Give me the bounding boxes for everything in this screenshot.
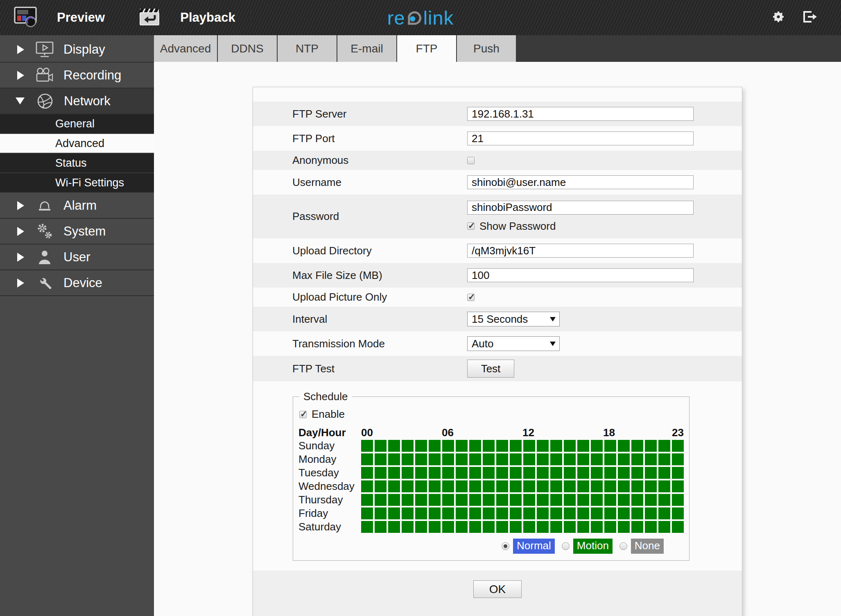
- schedule-cell[interactable]: [564, 494, 576, 506]
- schedule-cell[interactable]: [591, 440, 603, 452]
- schedule-cell[interactable]: [429, 494, 441, 506]
- schedule-cell[interactable]: [550, 480, 562, 492]
- schedule-cell[interactable]: [631, 521, 643, 533]
- schedule-cell[interactable]: [658, 494, 670, 506]
- tab-email[interactable]: E-mail: [337, 35, 397, 62]
- schedule-cell[interactable]: [672, 467, 684, 479]
- schedule-cell[interactable]: [375, 467, 387, 479]
- schedule-cell[interactable]: [577, 494, 589, 506]
- schedule-cell[interactable]: [550, 521, 562, 533]
- schedule-cell[interactable]: [442, 480, 454, 492]
- schedule-cell[interactable]: [645, 521, 657, 533]
- schedule-cell[interactable]: [496, 467, 508, 479]
- schedule-cell[interactable]: [496, 480, 508, 492]
- schedule-cell[interactable]: [388, 521, 400, 533]
- schedule-cell[interactable]: [483, 467, 495, 479]
- schedule-cell[interactable]: [415, 521, 427, 533]
- schedule-cell[interactable]: [604, 440, 616, 452]
- sidebar-subitem-wifi-settings[interactable]: Wi-Fi Settings: [0, 173, 154, 193]
- schedule-cell[interactable]: [618, 453, 630, 465]
- schedule-cell[interactable]: [577, 440, 589, 452]
- schedule-cell[interactable]: [604, 521, 616, 533]
- schedule-cell[interactable]: [631, 494, 643, 506]
- tab-ftp[interactable]: FTP: [397, 35, 457, 62]
- schedule-cell[interactable]: [510, 440, 522, 452]
- schedule-cell[interactable]: [361, 480, 373, 492]
- schedule-cell[interactable]: [361, 453, 373, 465]
- schedule-cell[interactable]: [523, 507, 535, 519]
- schedule-cell[interactable]: [361, 521, 373, 533]
- schedule-cell[interactable]: [510, 467, 522, 479]
- schedule-cell[interactable]: [510, 494, 522, 506]
- schedule-cell[interactable]: [415, 507, 427, 519]
- schedule-cell[interactable]: [604, 507, 616, 519]
- schedule-cell[interactable]: [469, 494, 481, 506]
- schedule-cell[interactable]: [361, 440, 373, 452]
- schedule-cell[interactable]: [658, 507, 670, 519]
- schedule-cell[interactable]: [456, 467, 468, 479]
- schedule-cell[interactable]: [591, 521, 603, 533]
- schedule-cell[interactable]: [672, 453, 684, 465]
- transmission-mode-select[interactable]: Auto: [467, 336, 560, 351]
- sidebar-item-network[interactable]: Network: [0, 88, 154, 114]
- schedule-cell[interactable]: [523, 467, 535, 479]
- schedule-cell[interactable]: [564, 453, 576, 465]
- schedule-cell[interactable]: [415, 480, 427, 492]
- schedule-cell[interactable]: [631, 453, 643, 465]
- schedule-cell[interactable]: [415, 440, 427, 452]
- schedule-cell[interactable]: [388, 480, 400, 492]
- schedule-cell[interactable]: [456, 480, 468, 492]
- schedule-cell[interactable]: [564, 467, 576, 479]
- schedule-cell[interactable]: [469, 453, 481, 465]
- schedule-cell[interactable]: [402, 494, 414, 506]
- preview-button[interactable]: Preview: [14, 5, 105, 30]
- schedule-cell[interactable]: [375, 521, 387, 533]
- settings-gear-icon[interactable]: [772, 11, 784, 25]
- schedule-cell[interactable]: [388, 467, 400, 479]
- schedule-cell[interactable]: [483, 494, 495, 506]
- schedule-cell[interactable]: [618, 494, 630, 506]
- schedule-cell[interactable]: [375, 453, 387, 465]
- schedule-cell[interactable]: [591, 480, 603, 492]
- tab-ddns[interactable]: DDNS: [218, 35, 278, 62]
- schedule-cell[interactable]: [510, 507, 522, 519]
- schedule-cell[interactable]: [429, 507, 441, 519]
- schedule-cell[interactable]: [564, 507, 576, 519]
- schedule-cell[interactable]: [658, 467, 670, 479]
- sidebar-item-recording[interactable]: Recording: [0, 63, 154, 88]
- schedule-cell[interactable]: [375, 494, 387, 506]
- schedule-cell[interactable]: [523, 521, 535, 533]
- logout-icon[interactable]: [802, 10, 818, 25]
- schedule-cell[interactable]: [375, 480, 387, 492]
- schedule-mode-none-badge[interactable]: None: [631, 539, 664, 554]
- schedule-cell[interactable]: [510, 521, 522, 533]
- schedule-cell[interactable]: [510, 480, 522, 492]
- schedule-cell[interactable]: [523, 440, 535, 452]
- schedule-cell[interactable]: [577, 480, 589, 492]
- sidebar-item-alarm[interactable]: Alarm: [0, 193, 154, 219]
- schedule-cell[interactable]: [442, 453, 454, 465]
- schedule-cell[interactable]: [402, 440, 414, 452]
- schedule-cell[interactable]: [550, 453, 562, 465]
- schedule-cell[interactable]: [645, 480, 657, 492]
- schedule-cell[interactable]: [429, 440, 441, 452]
- schedule-cell[interactable]: [537, 440, 549, 452]
- schedule-cell[interactable]: [577, 507, 589, 519]
- sidebar-item-display[interactable]: Display: [0, 37, 154, 63]
- schedule-cell[interactable]: [537, 467, 549, 479]
- tab-advanced[interactable]: Advanced: [154, 35, 218, 62]
- schedule-cell[interactable]: [537, 494, 549, 506]
- username-input[interactable]: [467, 175, 694, 189]
- schedule-cell[interactable]: [483, 440, 495, 452]
- schedule-cell[interactable]: [442, 507, 454, 519]
- sidebar-item-system[interactable]: System: [0, 219, 154, 245]
- upload-picture-only-checkbox[interactable]: [467, 294, 475, 301]
- schedule-cell[interactable]: [645, 453, 657, 465]
- schedule-mode-normal-badge[interactable]: Normal: [513, 539, 555, 554]
- schedule-cell[interactable]: [550, 507, 562, 519]
- schedule-cell[interactable]: [591, 453, 603, 465]
- schedule-cell[interactable]: [631, 467, 643, 479]
- schedule-cell[interactable]: [402, 507, 414, 519]
- schedule-cell[interactable]: [442, 467, 454, 479]
- schedule-cell[interactable]: [658, 440, 670, 452]
